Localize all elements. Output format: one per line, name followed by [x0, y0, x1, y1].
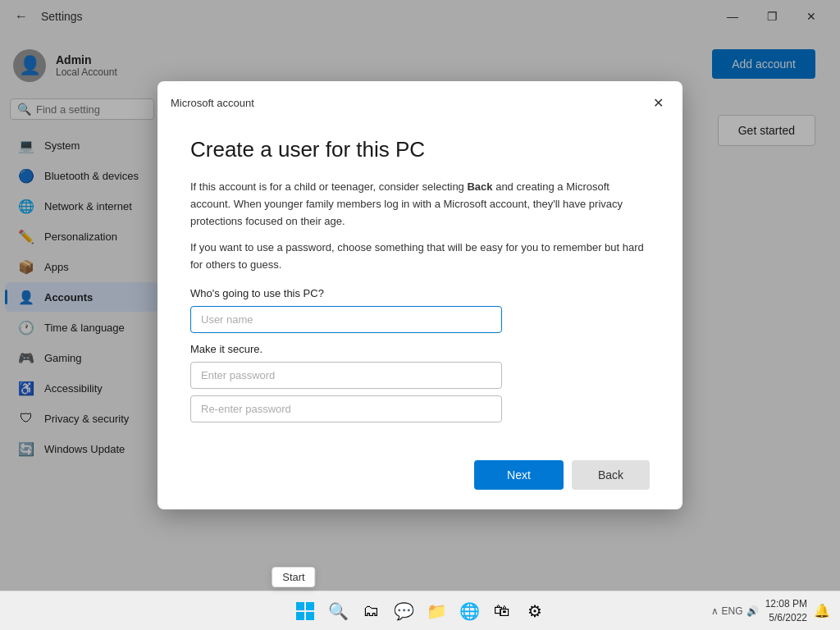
secure-label: Make it secure.	[190, 343, 650, 355]
start-button[interactable]	[290, 596, 320, 626]
explorer-icon[interactable]: 📁	[422, 596, 451, 626]
taskbar-right: ∧ ENG 🔊 12:08 PM 5/6/2022 🔔	[711, 597, 830, 625]
svg-rect-0	[296, 602, 304, 610]
search-taskbar-icon[interactable]: 🔍	[323, 596, 353, 626]
password-group: Make it secure.	[190, 343, 650, 422]
clock-time: 12:08 PM	[765, 597, 807, 611]
chat-icon[interactable]: 💬	[389, 596, 418, 626]
taskbar-center: 🔍 🗂 💬 📁 🌐 🛍 ⚙	[290, 596, 550, 626]
windows-logo-icon	[295, 601, 315, 621]
notification-icon[interactable]: 🔔	[814, 603, 830, 619]
modal-body: Create a user for this PC If this accoun…	[158, 121, 682, 447]
modal-description-1: If this account is for a child or teenag…	[190, 179, 650, 230]
taskbar: 🔍 🗂 💬 📁 🌐 🛍 ⚙ Start ∧ ENG 🔊 12:08 PM 5/6…	[0, 591, 840, 630]
taskview-icon[interactable]: 🗂	[356, 596, 386, 626]
modal-overlay: Microsoft account ✕ Create a user for th…	[0, 0, 840, 591]
microsoft-account-modal: Microsoft account ✕ Create a user for th…	[158, 81, 682, 509]
tray-arrow-icon[interactable]: ∧	[711, 605, 719, 617]
modal-title: Microsoft account	[171, 97, 254, 109]
svg-rect-1	[306, 602, 314, 610]
clock-date: 5/6/2022	[765, 611, 807, 625]
store-icon[interactable]: 🛍	[487, 596, 517, 626]
start-tooltip: Start	[272, 567, 315, 587]
edge-icon[interactable]: 🌐	[454, 596, 484, 626]
modal-heading: Create a user for this PC	[190, 137, 650, 162]
username-field-label: Who's going to use this PC?	[190, 287, 650, 299]
modal-footer: Next Back	[158, 447, 682, 509]
reenter-password-input[interactable]	[190, 395, 502, 422]
bold-back: Back	[467, 180, 492, 193]
back-button-modal[interactable]: Back	[572, 460, 650, 490]
tray-icons: ∧ ENG 🔊	[711, 605, 759, 617]
next-button[interactable]: Next	[474, 460, 564, 490]
modal-close-button[interactable]: ✕	[646, 91, 669, 114]
password-input[interactable]	[190, 362, 502, 389]
modal-description-2: If you want to use a password, choose so…	[190, 240, 650, 274]
system-clock: 12:08 PM 5/6/2022	[765, 597, 807, 625]
settings-taskbar-icon[interactable]: ⚙	[520, 596, 550, 626]
modal-titlebar: Microsoft account ✕	[158, 81, 682, 121]
username-input[interactable]	[190, 306, 502, 333]
speaker-icon[interactable]: 🔊	[746, 605, 759, 617]
tray-lang: ENG	[722, 605, 743, 617]
svg-rect-3	[306, 612, 314, 620]
svg-rect-2	[296, 612, 304, 620]
